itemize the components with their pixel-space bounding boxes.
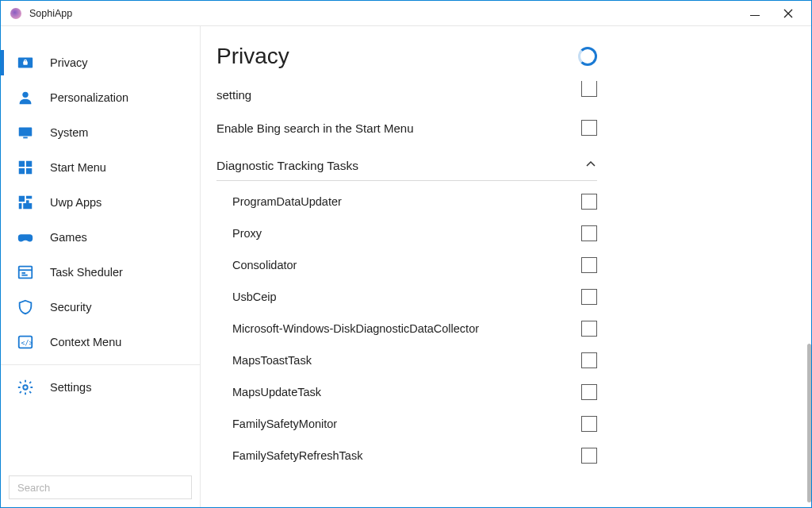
task-row-label: Proxy: [232, 227, 262, 240]
sidebar-item-label: Task Sheduler: [50, 266, 123, 279]
system-icon: [17, 123, 39, 142]
task-row-label: FamilySafetyMonitor: [232, 418, 337, 430]
task-row: MapsUpdateTask: [216, 376, 597, 408]
page-title: Privacy: [216, 44, 289, 69]
svg-rect-10: [26, 196, 32, 199]
svg-rect-8: [26, 168, 32, 174]
task-checkbox[interactable]: [581, 384, 597, 400]
sidebar-item-start-menu[interactable]: Start Menu: [1, 150, 200, 185]
task-row: Proxy: [216, 217, 597, 249]
context-menu-icon: </>: [17, 333, 39, 352]
start-menu-icon: [17, 158, 39, 177]
task-row-label: Consolidator: [232, 259, 297, 271]
games-icon: [17, 228, 39, 247]
sidebar-item-personalization[interactable]: Personalization: [1, 80, 200, 115]
main-panel: Privacy setting Enable Bing search in th…: [201, 26, 811, 507]
task-row: FamilySafetyRefreshTask: [216, 440, 597, 471]
privacy-icon: [17, 53, 39, 72]
sidebar-item-label: Games: [50, 231, 87, 244]
window-controls: [738, 2, 805, 25]
sidebar-item-games[interactable]: Games: [1, 220, 200, 255]
loading-spinner-icon: [578, 47, 597, 66]
svg-rect-12: [19, 203, 22, 209]
sidebar-item-label: Privacy: [50, 56, 88, 69]
task-row: Microsoft-Windows-DiskDiagnosticDataColl…: [216, 313, 597, 344]
sidebar-item-task-scheduler[interactable]: Task Sheduler: [1, 255, 200, 290]
task-checkbox[interactable]: [581, 448, 597, 464]
sidebar-item-uwp-apps[interactable]: Uwp Apps: [1, 185, 200, 220]
close-button[interactable]: [772, 2, 805, 25]
task-row-label: ProgramDataUpdater: [232, 195, 342, 208]
sidebar-item-context-menu[interactable]: </> Context Menu: [1, 325, 200, 360]
svg-point-2: [22, 92, 28, 98]
sidebar-item-security[interactable]: Security: [1, 290, 200, 325]
svg-point-20: [23, 385, 28, 390]
scrollbar-thumb[interactable]: [807, 344, 811, 502]
svg-text:</>: </>: [21, 339, 33, 347]
task-row-label: MapsUpdateTask: [232, 386, 321, 398]
task-checkbox[interactable]: [581, 352, 597, 368]
sidebar-item-label: Start Menu: [50, 161, 106, 174]
svg-rect-6: [26, 161, 32, 167]
search-input[interactable]: [9, 475, 192, 499]
task-checkbox[interactable]: [581, 194, 597, 210]
shield-icon: [17, 298, 39, 317]
svg-rect-4: [23, 137, 28, 139]
personalization-icon: [17, 88, 39, 107]
task-row: Consolidator: [216, 249, 597, 281]
task-row-label: MapsToastTask: [232, 354, 312, 367]
sidebar-divider: [1, 364, 200, 365]
svg-rect-9: [19, 196, 25, 202]
sidebar-item-label: Context Menu: [50, 336, 121, 348]
task-row-label: FamilySafetyRefreshTask: [232, 449, 362, 462]
uwp-apps-icon: [17, 193, 39, 212]
setting-checkbox[interactable]: [581, 81, 597, 97]
task-row: MapsToastTask: [216, 344, 597, 376]
section-header[interactable]: Diagnostic Tracking Tasks: [216, 150, 597, 181]
sidebar-item-privacy[interactable]: Privacy: [1, 45, 200, 80]
task-checkbox[interactable]: [581, 289, 597, 305]
sidebar-item-label: Security: [50, 301, 91, 314]
task-checkbox[interactable]: [581, 257, 597, 273]
task-checkbox[interactable]: [581, 225, 597, 241]
task-row: FamilySafetyMonitor: [216, 408, 597, 440]
task-row-label: UsbCeip: [232, 291, 277, 303]
minimize-button[interactable]: [738, 2, 772, 25]
gear-icon: [17, 378, 39, 397]
titlebar: SophiApp: [1, 1, 811, 26]
setting-row-label: Enable Bing search in the Start Menu: [216, 121, 413, 135]
sidebar: Privacy Personalization System Start Men…: [1, 26, 201, 507]
sidebar-item-label: Uwp Apps: [50, 196, 102, 209]
svg-rect-3: [19, 128, 33, 137]
app-icon: [10, 8, 21, 19]
svg-rect-5: [19, 161, 25, 167]
task-checkbox[interactable]: [581, 321, 597, 337]
sidebar-item-label: Personalization: [50, 91, 128, 104]
sidebar-item-settings[interactable]: Settings: [1, 370, 200, 405]
chevron-up-icon: [584, 158, 597, 174]
setting-checkbox[interactable]: [581, 120, 597, 136]
task-checkbox[interactable]: [581, 416, 597, 432]
svg-rect-7: [19, 168, 25, 174]
task-row: ProgramDataUpdater: [216, 186, 597, 217]
task-row: UsbCeip: [216, 281, 597, 313]
task-scheduler-icon: [17, 263, 39, 282]
setting-row-label: setting: [216, 88, 251, 102]
sidebar-item-label: System: [50, 126, 88, 139]
sidebar-item-label: Settings: [50, 381, 91, 394]
section-title: Diagnostic Tracking Tasks: [216, 159, 358, 173]
app-title: SophiApp: [29, 8, 72, 19]
sidebar-item-system[interactable]: System: [1, 115, 200, 150]
task-row-label: Microsoft-Windows-DiskDiagnosticDataColl…: [232, 322, 479, 335]
svg-rect-13: [23, 203, 32, 209]
svg-rect-11: [26, 200, 29, 203]
